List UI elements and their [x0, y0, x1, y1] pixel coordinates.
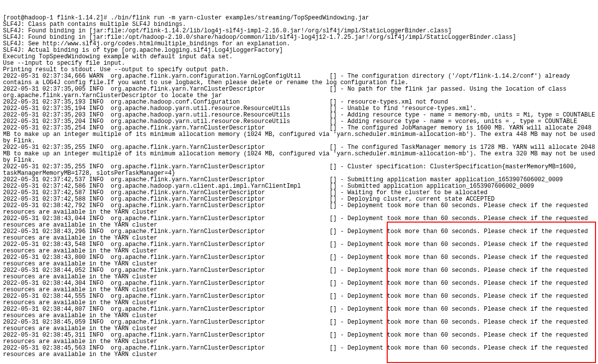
shell-command: ./bin/flink run -m yarn-cluster examples…	[111, 14, 369, 21]
shell-prompt: [root@hadoop-1 flink-1.14.2]#	[3, 14, 111, 21]
terminal-output: [root@hadoop-1 flink-1.14.2]# ./bin/flin…	[0, 0, 598, 364]
log-line: MB to make up an integer multiple of its…	[3, 131, 595, 138]
log-line: resources are available in the YARN clus…	[3, 352, 595, 358]
log-body: SLF4J: Class path contains multiple SLF4…	[3, 21, 595, 358]
log-line: MB to make up an integer multiple of its…	[3, 151, 595, 157]
